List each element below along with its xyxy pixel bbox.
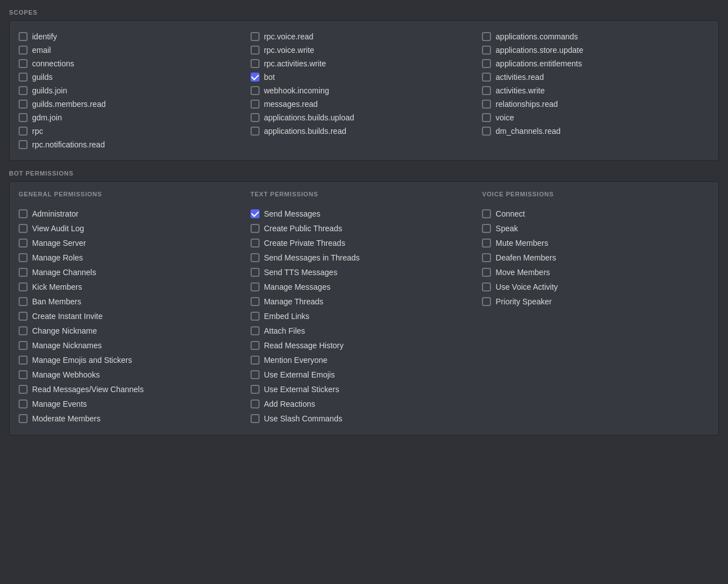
perm-checkbox-view-audit-log[interactable] <box>19 224 28 233</box>
scope-checkbox-webhook.incoming[interactable] <box>251 86 260 95</box>
scope-item-rpc[interactable]: rpc <box>19 124 246 138</box>
perm-checkbox-use-voice-activity[interactable] <box>482 282 491 291</box>
perm-checkbox-read-messages-view-channels[interactable] <box>19 385 28 394</box>
perm-item-view-audit-log[interactable]: View Audit Log <box>19 221 246 236</box>
perm-checkbox-speak[interactable] <box>482 224 491 233</box>
scope-checkbox-voice[interactable] <box>482 113 491 122</box>
scope-item-rpc.voice.write[interactable]: rpc.voice.write <box>251 43 478 57</box>
perm-item-manage-server[interactable]: Manage Server <box>19 236 246 250</box>
scope-item-applications.commands[interactable]: applications.commands <box>482 30 709 43</box>
perm-checkbox-manage-channels[interactable] <box>19 268 28 277</box>
scope-item-relationships.read[interactable]: relationships.read <box>482 97 709 111</box>
perm-checkbox-send-tts-messages[interactable] <box>251 268 260 277</box>
perm-checkbox-send-messages[interactable] <box>251 209 260 218</box>
perm-item-connect[interactable]: Connect <box>482 206 709 221</box>
perm-checkbox-read-message-history[interactable] <box>251 341 260 350</box>
perm-item-manage-emojis-stickers[interactable]: Manage Emojis and Stickers <box>19 353 246 367</box>
perm-item-embed-links[interactable]: Embed Links <box>251 309 478 324</box>
perm-item-moderate-members[interactable]: Moderate Members <box>19 411 246 426</box>
scope-item-gdm.join[interactable]: gdm.join <box>19 111 246 124</box>
scope-item-rpc.voice.read[interactable]: rpc.voice.read <box>251 30 478 43</box>
scope-item-identify[interactable]: identify <box>19 30 246 43</box>
scope-checkbox-applications.store.update[interactable] <box>482 46 491 55</box>
scope-checkbox-connections[interactable] <box>19 59 28 68</box>
perm-item-manage-channels[interactable]: Manage Channels <box>19 265 246 280</box>
scope-item-activities.read[interactable]: activities.read <box>482 70 709 84</box>
perm-checkbox-use-slash-commands[interactable] <box>251 414 260 423</box>
scope-checkbox-gdm.join[interactable] <box>19 113 28 122</box>
perm-item-send-messages-in-threads[interactable]: Send Messages in Threads <box>251 250 478 265</box>
perm-checkbox-send-messages-in-threads[interactable] <box>251 253 260 262</box>
perm-item-add-reactions[interactable]: Add Reactions <box>251 397 478 411</box>
scope-item-applications.store.update[interactable]: applications.store.update <box>482 43 709 57</box>
perm-checkbox-use-external-stickers[interactable] <box>251 385 260 394</box>
perm-checkbox-change-nickname[interactable] <box>19 326 28 335</box>
scope-checkbox-applications.commands[interactable] <box>482 32 491 41</box>
perm-item-deafen-members[interactable]: Deafen Members <box>482 250 709 265</box>
scope-checkbox-identify[interactable] <box>19 32 28 41</box>
scope-checkbox-rpc.voice.write[interactable] <box>251 46 260 55</box>
perm-checkbox-mute-members[interactable] <box>482 239 491 248</box>
perm-item-use-external-stickers[interactable]: Use External Stickers <box>251 382 478 397</box>
scope-checkbox-applications.builds.read[interactable] <box>251 127 260 136</box>
scope-checkbox-applications.entitlements[interactable] <box>482 59 491 68</box>
perm-checkbox-manage-emojis-stickers[interactable] <box>19 356 28 365</box>
perm-item-manage-events[interactable]: Manage Events <box>19 397 246 411</box>
perm-item-move-members[interactable]: Move Members <box>482 265 709 280</box>
scope-checkbox-guilds.members.read[interactable] <box>19 100 28 109</box>
perm-checkbox-move-members[interactable] <box>482 268 491 277</box>
perm-checkbox-manage-events[interactable] <box>19 399 28 408</box>
perm-item-use-slash-commands[interactable]: Use Slash Commands <box>251 411 478 426</box>
perm-checkbox-manage-server[interactable] <box>19 239 28 248</box>
perm-checkbox-create-private-threads[interactable] <box>251 239 260 248</box>
scope-item-activities.write[interactable]: activities.write <box>482 84 709 97</box>
scope-checkbox-dm_channels.read[interactable] <box>482 127 491 136</box>
perm-checkbox-manage-webhooks[interactable] <box>19 370 28 379</box>
scope-checkbox-relationships.read[interactable] <box>482 100 491 109</box>
scope-checkbox-rpc[interactable] <box>19 127 28 136</box>
scope-item-rpc.notifications.read[interactable]: rpc.notifications.read <box>19 138 246 151</box>
perm-checkbox-moderate-members[interactable] <box>19 414 28 423</box>
perm-item-send-tts-messages[interactable]: Send TTS Messages <box>251 265 478 280</box>
perm-checkbox-ban-members[interactable] <box>19 297 28 306</box>
scope-checkbox-guilds[interactable] <box>19 73 28 82</box>
perm-checkbox-create-public-threads[interactable] <box>251 224 260 233</box>
perm-item-priority-speaker[interactable]: Priority Speaker <box>482 294 709 309</box>
scope-item-connections[interactable]: connections <box>19 57 246 70</box>
scope-item-applications.builds.read[interactable]: applications.builds.read <box>251 124 478 138</box>
perm-checkbox-add-reactions[interactable] <box>251 399 260 408</box>
scope-item-guilds[interactable]: guilds <box>19 70 246 84</box>
perm-item-ban-members[interactable]: Ban Members <box>19 294 246 309</box>
perm-item-administrator[interactable]: Administrator <box>19 206 246 221</box>
perm-checkbox-priority-speaker[interactable] <box>482 297 491 306</box>
perm-item-kick-members[interactable]: Kick Members <box>19 280 246 294</box>
perm-item-mention-everyone[interactable]: Mention Everyone <box>251 353 478 367</box>
perm-item-speak[interactable]: Speak <box>482 221 709 236</box>
perm-checkbox-use-external-emojis[interactable] <box>251 370 260 379</box>
perm-item-use-external-emojis[interactable]: Use External Emojis <box>251 367 478 382</box>
perm-item-read-messages-view-channels[interactable]: Read Messages/View Channels <box>19 382 246 397</box>
scope-checkbox-messages.read[interactable] <box>251 100 260 109</box>
scope-item-voice[interactable]: voice <box>482 111 709 124</box>
scope-item-guilds.members.read[interactable]: guilds.members.read <box>19 97 246 111</box>
perm-checkbox-attach-files[interactable] <box>251 326 260 335</box>
scope-checkbox-bot[interactable] <box>251 73 260 82</box>
scope-item-guilds.join[interactable]: guilds.join <box>19 84 246 97</box>
perm-item-create-public-threads[interactable]: Create Public Threads <box>251 221 478 236</box>
perm-checkbox-manage-roles[interactable] <box>19 253 28 262</box>
scope-checkbox-applications.builds.upload[interactable] <box>251 113 260 122</box>
scope-checkbox-rpc.activities.write[interactable] <box>251 59 260 68</box>
perm-checkbox-manage-threads[interactable] <box>251 297 260 306</box>
perm-checkbox-embed-links[interactable] <box>251 312 260 321</box>
scope-checkbox-activities.read[interactable] <box>482 73 491 82</box>
scope-checkbox-activities.write[interactable] <box>482 86 491 95</box>
perm-checkbox-deafen-members[interactable] <box>482 253 491 262</box>
scope-item-applications.builds.upload[interactable]: applications.builds.upload <box>251 111 478 124</box>
perm-item-manage-messages[interactable]: Manage Messages <box>251 280 478 294</box>
scope-checkbox-rpc.notifications.read[interactable] <box>19 140 28 149</box>
scope-checkbox-email[interactable] <box>19 46 28 55</box>
perm-checkbox-mention-everyone[interactable] <box>251 356 260 365</box>
perm-item-create-private-threads[interactable]: Create Private Threads <box>251 236 478 250</box>
scope-checkbox-guilds.join[interactable] <box>19 86 28 95</box>
scope-item-applications.entitlements[interactable]: applications.entitlements <box>482 57 709 70</box>
